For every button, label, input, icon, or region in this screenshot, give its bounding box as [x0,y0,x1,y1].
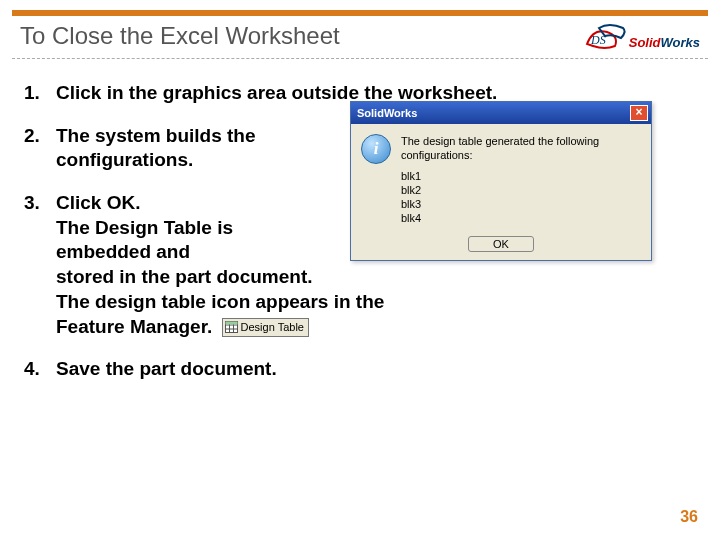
solidworks-logo: DS SolidWorks [585,22,700,50]
close-button[interactable]: × [630,105,648,121]
content-area: Click in the graphics area outside the w… [0,59,720,382]
step-text: Click OK. The Design Table is embedded a… [56,192,384,336]
step-text: Click in the graphics area outside the w… [56,82,497,103]
step-text: The system builds the configurations. [56,125,256,171]
step-line: The design table icon appears in the [56,291,384,312]
list-item: blk2 [401,183,641,197]
dialog-config-list: blk1 blk2 blk3 blk4 [401,169,641,226]
step-line: Click OK. [56,192,140,213]
page-number: 36 [680,508,698,526]
step-text: Save the part document. [56,358,277,379]
info-icon: i [361,134,391,164]
close-icon: × [635,105,642,119]
svg-text:DS: DS [590,33,606,47]
accent-rule [12,10,708,16]
logo-solid: Solid [629,35,661,50]
dialog-button-row: OK [351,236,651,260]
step-line: The Design Table is [56,217,233,238]
dialog-body: i The design table generated the followi… [351,124,651,236]
list-item: blk3 [401,197,641,211]
design-table-icon: Design Table [222,318,309,336]
step-2: The system builds the configurations. [24,124,304,173]
dialog-message: The design table generated the following… [401,134,641,163]
design-table-label: Design Table [241,320,304,334]
logo-works: Works [661,35,701,50]
step-4: Save the part document. [24,357,696,382]
step-line: stored in the part document. [56,266,313,287]
page-title: To Close the Excel Worksheet [20,22,340,50]
step-line: Feature Manager. [56,316,212,337]
logo-text: SolidWorks [629,35,700,50]
table-grid-icon [225,321,238,333]
list-item: blk4 [401,211,641,225]
dialog-titlebar: SolidWorks × [351,102,651,124]
svg-rect-6 [225,322,237,325]
list-item: blk1 [401,169,641,183]
title-row: To Close the Excel Worksheet DS SolidWor… [0,18,720,58]
dialog-message-area: The design table generated the following… [401,134,641,226]
ok-button[interactable]: OK [468,236,534,252]
step-line: embedded and [56,241,190,262]
dialog-title: SolidWorks [357,107,417,119]
solidworks-dialog: SolidWorks × i The design table generate… [350,101,652,261]
logo-mark-icon: DS [585,22,629,50]
